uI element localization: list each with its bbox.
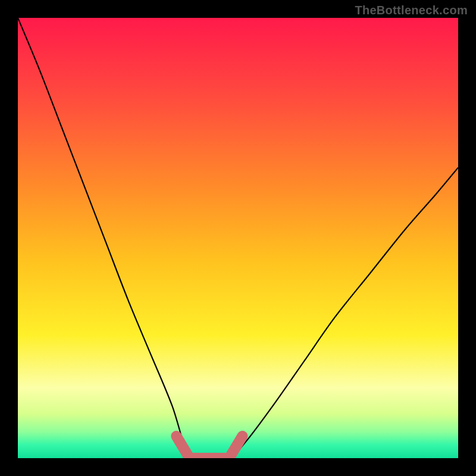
chart-frame: TheBottleneck.com (0, 0, 476, 476)
plot-area (18, 18, 458, 458)
bottleneck-chart (18, 18, 458, 458)
watermark-text: TheBottleneck.com (355, 4, 468, 17)
gradient-background (18, 18, 458, 458)
